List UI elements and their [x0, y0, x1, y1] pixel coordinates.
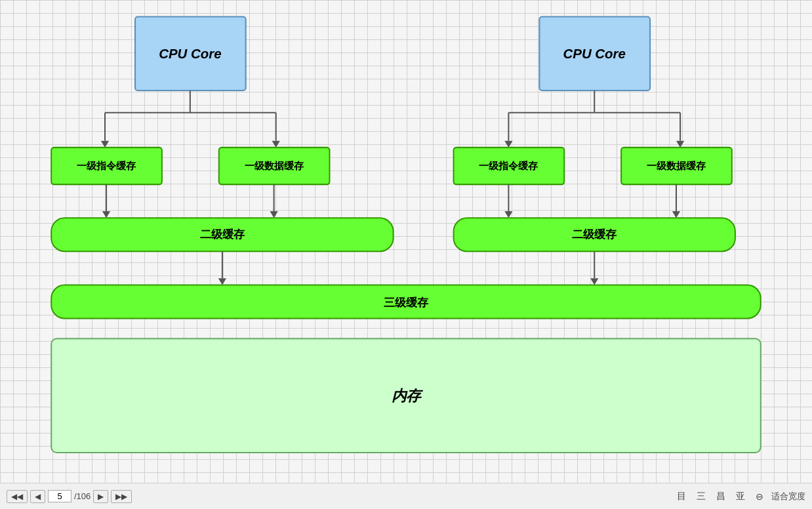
svg-rect-2: [539, 17, 650, 91]
page-number-input[interactable]: [48, 490, 71, 502]
zoom-view-button[interactable]: 亚: [733, 489, 748, 504]
navigation-controls: ◀◀ ◀ /106 ▶ ▶▶: [7, 490, 132, 503]
svg-rect-18: [51, 218, 393, 251]
svg-marker-17: [270, 211, 277, 218]
bottom-toolbar: ◀◀ ◀ /106 ▶ ▶▶ 目 三 昌 亚 ⊖ 适合宽度: [0, 483, 812, 509]
page-total: /106: [74, 491, 91, 501]
nav-last-button[interactable]: ▶▶: [111, 490, 132, 503]
svg-rect-10: [51, 148, 162, 184]
nav-first-button[interactable]: ◀◀: [7, 490, 28, 503]
svg-text:CPU Core: CPU Core: [159, 46, 221, 61]
svg-marker-27: [676, 141, 684, 148]
right-controls: 目 三 昌 亚 ⊖ 适合宽度: [674, 489, 805, 504]
svg-rect-36: [454, 218, 735, 251]
svg-marker-7: [101, 141, 109, 148]
list-view-button[interactable]: 三: [694, 489, 708, 504]
svg-text:二级缓存: 二级缓存: [572, 228, 617, 241]
grid-view-button[interactable]: 目: [674, 489, 689, 504]
svg-text:一级数据缓存: 一级数据缓存: [647, 160, 706, 171]
svg-text:二级缓存: 二级缓存: [200, 228, 245, 241]
svg-text:一级指令缓存: 一级指令缓存: [479, 160, 538, 171]
svg-text:三级缓存: 三级缓存: [384, 296, 429, 309]
page-view-button[interactable]: 昌: [714, 489, 728, 504]
svg-rect-30: [621, 148, 732, 184]
svg-marker-9: [272, 141, 280, 148]
svg-text:CPU Core: CPU Core: [563, 46, 626, 61]
svg-marker-25: [504, 141, 512, 148]
nav-next-button[interactable]: ▶: [93, 490, 108, 503]
svg-marker-33: [504, 211, 512, 218]
svg-marker-35: [672, 211, 680, 218]
svg-text:内存: 内存: [392, 388, 424, 404]
svg-rect-42: [51, 338, 761, 453]
svg-rect-28: [454, 148, 565, 184]
svg-rect-0: [135, 17, 246, 91]
svg-marker-15: [102, 211, 110, 218]
svg-rect-12: [219, 148, 330, 184]
svg-rect-40: [51, 285, 761, 318]
svg-marker-21: [218, 278, 226, 285]
main-canvas: CPU Core CPU Core 一级指令缓存 一级数据缓存 二级缓存: [0, 0, 812, 483]
fit-width-label: 适合宽度: [771, 491, 805, 502]
nav-prev-button[interactable]: ◀: [30, 490, 45, 503]
svg-marker-39: [590, 278, 598, 285]
svg-text:一级指令缓存: 一级指令缓存: [77, 160, 136, 171]
svg-text:一级数据缓存: 一级数据缓存: [245, 160, 304, 171]
zoom-out-button[interactable]: ⊖: [753, 490, 766, 503]
